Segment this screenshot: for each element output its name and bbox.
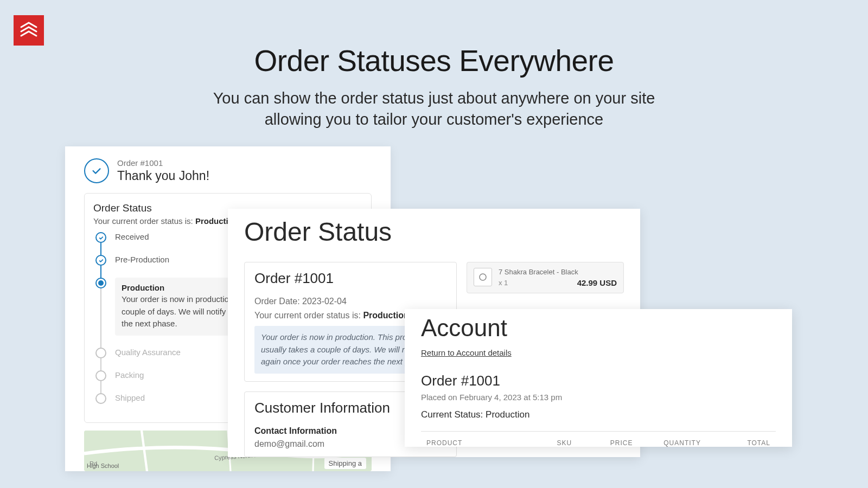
order-table-header: PRODUCT SKU PRICE QUANTITY TOTAL xyxy=(421,431,776,447)
hero-title: Order Statuses Everywhere xyxy=(0,43,868,78)
brand-logo xyxy=(14,15,44,46)
hero-subtitle: You can show the order status just about… xyxy=(0,88,868,130)
order-heading: Order #1001 xyxy=(254,270,446,287)
th-total: TOTAL xyxy=(723,439,770,447)
logo-icon xyxy=(18,20,40,41)
bracelet-icon xyxy=(478,272,488,282)
step-dot-icon xyxy=(95,278,106,288)
th-product: PRODUCT xyxy=(426,439,557,447)
product-name: 7 Shakra Bracelet - Black xyxy=(499,268,617,276)
shipping-label: Shipping a xyxy=(324,458,366,469)
step-dot-icon xyxy=(95,370,106,381)
step-dot-icon xyxy=(95,255,106,266)
step-dot-icon xyxy=(95,393,106,404)
order-date: Order Date: 2023-02-04 xyxy=(254,297,446,306)
check-circle-icon xyxy=(84,158,109,183)
th-quantity: QUANTITY xyxy=(663,439,723,447)
page-title: Order Status xyxy=(244,217,624,247)
product-thumbnail xyxy=(474,268,492,286)
th-price: PRICE xyxy=(610,439,663,447)
thankyou-text: Thank you John! xyxy=(117,169,209,183)
map-school-label: High School xyxy=(87,463,119,469)
product-qty: x 1 xyxy=(499,279,508,287)
account-page: Account Return to Account details Order … xyxy=(405,309,792,447)
svg-point-2 xyxy=(480,274,486,280)
step-dot-icon xyxy=(95,348,106,358)
placed-on: Placed on February 4, 2023 at 5:13 pm xyxy=(421,393,776,402)
order-heading: Order #1001 xyxy=(421,373,776,389)
account-heading: Account xyxy=(421,314,776,342)
order-number: Order #1001 xyxy=(117,158,209,168)
th-sku: SKU xyxy=(557,439,610,447)
hero-section: Order Statuses Everywhere You can show t… xyxy=(0,43,868,130)
product-line-item: 7 Shakra Bracelet - Black x 1 42.99 USD xyxy=(467,262,624,293)
return-link[interactable]: Return to Account details xyxy=(421,348,512,357)
step-dot-icon xyxy=(95,232,106,243)
current-status-line: Current Status: Production xyxy=(421,409,776,420)
product-price: 42.99 USD xyxy=(577,278,617,287)
